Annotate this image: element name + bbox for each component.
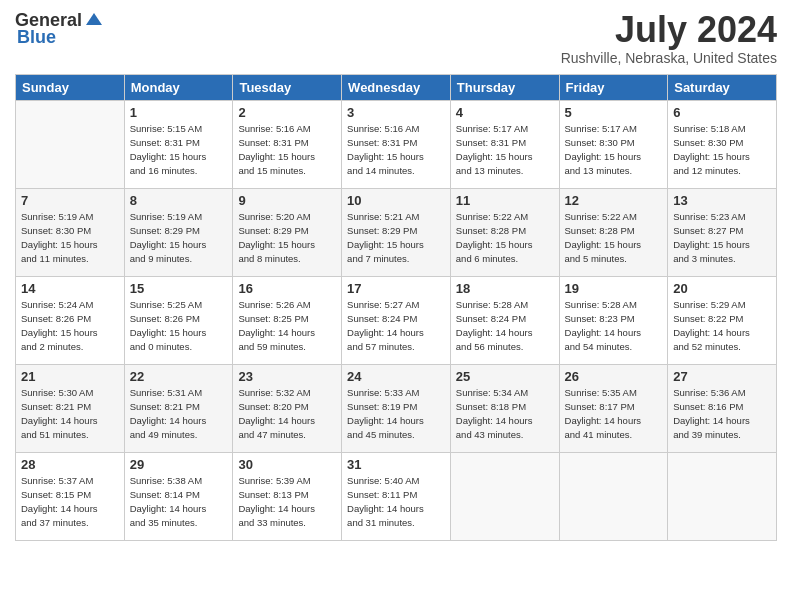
week-row-4: 21Sunrise: 5:30 AMSunset: 8:21 PMDayligh… xyxy=(16,364,777,452)
col-wednesday: Wednesday xyxy=(342,74,451,100)
sunrise-text: Sunrise: 5:27 AM xyxy=(347,298,445,312)
table-cell: 28Sunrise: 5:37 AMSunset: 8:15 PMDayligh… xyxy=(16,452,125,540)
daylight-text-1: Daylight: 14 hours xyxy=(347,414,445,428)
sunrise-text: Sunrise: 5:21 AM xyxy=(347,210,445,224)
sunrise-text: Sunrise: 5:40 AM xyxy=(347,474,445,488)
daylight-text-2: and 47 minutes. xyxy=(238,428,336,442)
sunrise-text: Sunrise: 5:30 AM xyxy=(21,386,119,400)
col-thursday: Thursday xyxy=(450,74,559,100)
day-number: 30 xyxy=(238,457,336,472)
day-number: 13 xyxy=(673,193,771,208)
day-number: 9 xyxy=(238,193,336,208)
daylight-text-2: and 16 minutes. xyxy=(130,164,228,178)
table-cell: 15Sunrise: 5:25 AMSunset: 8:26 PMDayligh… xyxy=(124,276,233,364)
daylight-text-1: Daylight: 14 hours xyxy=(238,326,336,340)
day-number: 26 xyxy=(565,369,663,384)
day-info: Sunrise: 5:23 AMSunset: 8:27 PMDaylight:… xyxy=(673,210,771,267)
sunset-text: Sunset: 8:29 PM xyxy=(238,224,336,238)
day-info: Sunrise: 5:19 AMSunset: 8:29 PMDaylight:… xyxy=(130,210,228,267)
day-info: Sunrise: 5:17 AMSunset: 8:31 PMDaylight:… xyxy=(456,122,554,179)
week-row-3: 14Sunrise: 5:24 AMSunset: 8:26 PMDayligh… xyxy=(16,276,777,364)
table-cell: 18Sunrise: 5:28 AMSunset: 8:24 PMDayligh… xyxy=(450,276,559,364)
table-cell: 3Sunrise: 5:16 AMSunset: 8:31 PMDaylight… xyxy=(342,100,451,188)
sunrise-text: Sunrise: 5:26 AM xyxy=(238,298,336,312)
sunrise-text: Sunrise: 5:39 AM xyxy=(238,474,336,488)
daylight-text-2: and 52 minutes. xyxy=(673,340,771,354)
day-number: 31 xyxy=(347,457,445,472)
day-info: Sunrise: 5:20 AMSunset: 8:29 PMDaylight:… xyxy=(238,210,336,267)
table-cell xyxy=(559,452,668,540)
daylight-text-1: Daylight: 14 hours xyxy=(238,414,336,428)
day-number: 4 xyxy=(456,105,554,120)
sunset-text: Sunset: 8:30 PM xyxy=(21,224,119,238)
sunset-text: Sunset: 8:30 PM xyxy=(673,136,771,150)
sunset-text: Sunset: 8:13 PM xyxy=(238,488,336,502)
sunrise-text: Sunrise: 5:15 AM xyxy=(130,122,228,136)
calendar-table: Sunday Monday Tuesday Wednesday Thursday… xyxy=(15,74,777,541)
daylight-text-1: Daylight: 15 hours xyxy=(456,238,554,252)
table-cell: 8Sunrise: 5:19 AMSunset: 8:29 PMDaylight… xyxy=(124,188,233,276)
daylight-text-1: Daylight: 15 hours xyxy=(21,238,119,252)
daylight-text-2: and 59 minutes. xyxy=(238,340,336,354)
daylight-text-2: and 8 minutes. xyxy=(238,252,336,266)
day-info: Sunrise: 5:26 AMSunset: 8:25 PMDaylight:… xyxy=(238,298,336,355)
day-number: 2 xyxy=(238,105,336,120)
table-cell: 1Sunrise: 5:15 AMSunset: 8:31 PMDaylight… xyxy=(124,100,233,188)
daylight-text-1: Daylight: 14 hours xyxy=(130,502,228,516)
svg-marker-0 xyxy=(86,13,102,25)
daylight-text-2: and 9 minutes. xyxy=(130,252,228,266)
daylight-text-2: and 13 minutes. xyxy=(456,164,554,178)
daylight-text-2: and 7 minutes. xyxy=(347,252,445,266)
sunset-text: Sunset: 8:21 PM xyxy=(130,400,228,414)
day-info: Sunrise: 5:40 AMSunset: 8:11 PMDaylight:… xyxy=(347,474,445,531)
table-cell xyxy=(668,452,777,540)
table-cell: 20Sunrise: 5:29 AMSunset: 8:22 PMDayligh… xyxy=(668,276,777,364)
daylight-text-1: Daylight: 14 hours xyxy=(130,414,228,428)
table-cell: 29Sunrise: 5:38 AMSunset: 8:14 PMDayligh… xyxy=(124,452,233,540)
daylight-text-2: and 33 minutes. xyxy=(238,516,336,530)
table-cell: 25Sunrise: 5:34 AMSunset: 8:18 PMDayligh… xyxy=(450,364,559,452)
sunrise-text: Sunrise: 5:31 AM xyxy=(130,386,228,400)
day-number: 28 xyxy=(21,457,119,472)
table-cell: 23Sunrise: 5:32 AMSunset: 8:20 PMDayligh… xyxy=(233,364,342,452)
calendar-header-row: Sunday Monday Tuesday Wednesday Thursday… xyxy=(16,74,777,100)
day-number: 15 xyxy=(130,281,228,296)
day-number: 12 xyxy=(565,193,663,208)
daylight-text-1: Daylight: 15 hours xyxy=(565,150,663,164)
sunrise-text: Sunrise: 5:32 AM xyxy=(238,386,336,400)
daylight-text-2: and 57 minutes. xyxy=(347,340,445,354)
week-row-1: 1Sunrise: 5:15 AMSunset: 8:31 PMDaylight… xyxy=(16,100,777,188)
sunset-text: Sunset: 8:30 PM xyxy=(565,136,663,150)
table-cell: 13Sunrise: 5:23 AMSunset: 8:27 PMDayligh… xyxy=(668,188,777,276)
day-number: 17 xyxy=(347,281,445,296)
sunrise-text: Sunrise: 5:17 AM xyxy=(456,122,554,136)
daylight-text-2: and 11 minutes. xyxy=(21,252,119,266)
daylight-text-2: and 0 minutes. xyxy=(130,340,228,354)
sunrise-text: Sunrise: 5:23 AM xyxy=(673,210,771,224)
sunrise-text: Sunrise: 5:16 AM xyxy=(347,122,445,136)
col-saturday: Saturday xyxy=(668,74,777,100)
sunset-text: Sunset: 8:31 PM xyxy=(238,136,336,150)
sunset-text: Sunset: 8:21 PM xyxy=(21,400,119,414)
sunrise-text: Sunrise: 5:36 AM xyxy=(673,386,771,400)
sunrise-text: Sunrise: 5:33 AM xyxy=(347,386,445,400)
sunset-text: Sunset: 8:28 PM xyxy=(565,224,663,238)
table-cell: 27Sunrise: 5:36 AMSunset: 8:16 PMDayligh… xyxy=(668,364,777,452)
day-number: 1 xyxy=(130,105,228,120)
day-number: 14 xyxy=(21,281,119,296)
day-number: 3 xyxy=(347,105,445,120)
table-cell: 26Sunrise: 5:35 AMSunset: 8:17 PMDayligh… xyxy=(559,364,668,452)
day-info: Sunrise: 5:16 AMSunset: 8:31 PMDaylight:… xyxy=(347,122,445,179)
col-sunday: Sunday xyxy=(16,74,125,100)
day-number: 7 xyxy=(21,193,119,208)
sunset-text: Sunset: 8:31 PM xyxy=(456,136,554,150)
daylight-text-1: Daylight: 15 hours xyxy=(238,150,336,164)
table-cell xyxy=(16,100,125,188)
day-info: Sunrise: 5:36 AMSunset: 8:16 PMDaylight:… xyxy=(673,386,771,443)
day-info: Sunrise: 5:15 AMSunset: 8:31 PMDaylight:… xyxy=(130,122,228,179)
table-cell: 16Sunrise: 5:26 AMSunset: 8:25 PMDayligh… xyxy=(233,276,342,364)
table-cell xyxy=(450,452,559,540)
sunset-text: Sunset: 8:20 PM xyxy=(238,400,336,414)
day-number: 18 xyxy=(456,281,554,296)
daylight-text-2: and 31 minutes. xyxy=(347,516,445,530)
